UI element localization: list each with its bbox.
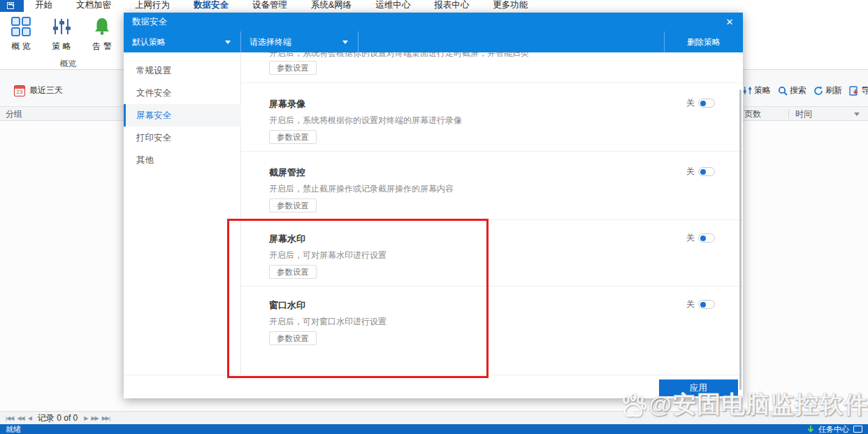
section-divider [241,286,743,287]
section-title: 屏幕水印 [269,233,305,245]
dialog-scrollbar-thumb[interactable] [739,89,742,390]
column-header-group[interactable]: 分组 [0,107,22,121]
export-button[interactable]: 导出 [849,85,868,96]
section-description: 开启后，系统将根据你的设置对终端的屏幕进行录像 [269,115,462,126]
policy-select-dropdown[interactable]: 默认策略 [124,31,241,52]
toggle-switch [698,167,715,176]
param-settings-button[interactable]: 参数设置 [269,61,317,75]
status-text: 就绪 [6,424,21,434]
policy-sliders-icon [50,15,73,38]
toggle-state-label: 关 [686,166,695,178]
section-description: 开启后，可对屏幕水印进行设置 [269,249,386,261]
menubar: 开始 文档加密 上网行为 数据安全 设备管理 系统&网络 运维中心 报表中心 更… [0,0,868,12]
toggle-state-label: 关 [686,298,695,310]
date-range-label: 最近三天 [29,85,63,96]
dialog-toolbar: 默认策略 请选择终端 删除策略 [124,31,743,52]
sidebar-item-file-security[interactable]: 文件安全 [124,82,241,104]
section-title: 屏幕录像 [269,98,305,110]
tool-overview[interactable]: 概 览 [6,15,36,52]
tool-label: 策 略 [52,41,71,52]
monitor-icon[interactable] [853,426,862,433]
chevron-down-icon[interactable] [854,113,860,116]
toggle-switch [698,300,715,309]
toggle-knob [700,169,706,175]
search-icon [778,86,788,96]
param-settings-button[interactable]: 参数设置 [269,130,317,144]
policy-sliders-icon [743,86,752,95]
screen-watermark-toggle[interactable]: 关 [686,232,715,244]
section-description: 开启后，可对窗口水印进行设置 [269,316,386,328]
policy-button[interactable]: 策略 [743,85,771,96]
data-security-dialog: 数据安全 ✕ 默认策略 请选择终端 删除策略 常规设置 文件安全 屏幕安全 打印… [124,13,743,398]
policy-select-value: 默认策略 [132,36,166,48]
sidebar-item-other[interactable]: 其他 [124,149,241,171]
record-count: 记录 0 of 0 [38,412,78,424]
chevron-down-icon [225,41,231,44]
tool-label: 概 览 [11,41,30,52]
sidebar-item-print-security[interactable]: 打印安全 [124,126,241,149]
terminal-select-value: 请选择终端 [249,36,291,48]
calendar-icon: 23 [14,85,25,96]
sidebar-item-screen-security[interactable]: 屏幕安全 [124,104,241,126]
param-settings-button[interactable]: 参数设置 [269,198,317,212]
pagination-bar: |◀◀ ◀◀ ◀ 记录 0 of 0 ▶ ▶▶ ▶▶| [0,411,868,424]
window-icon [7,2,17,10]
toggle-switch [698,233,715,243]
toggle-state-label: 关 [686,232,695,244]
toggle-knob [700,302,706,308]
column-divider [788,109,789,119]
status-bar: 就绪 任务中心 [0,424,868,434]
param-settings-button[interactable]: 参数设置 [269,331,317,345]
toggle-switch [698,99,715,108]
task-center-button[interactable]: 任务中心 [818,424,849,434]
export-icon [849,86,859,96]
first-page-button[interactable]: |◀◀ [6,415,13,421]
terminal-select-dropdown[interactable]: 请选择终端 [241,31,359,52]
app-menu-button[interactable] [0,0,24,12]
application-window: 开始 文档加密 上网行为 数据安全 设备管理 系统&网络 运维中心 报表中心 更… [0,0,868,434]
alert-bell-icon [90,15,114,38]
param-settings-button[interactable]: 参数设置 [269,265,317,279]
next-page-button[interactable]: ▶ [84,415,87,421]
dialog-sidebar: 常规设置 文件安全 屏幕安全 打印安全 其他 [124,52,241,375]
tool-policy[interactable]: 策 略 [46,15,77,52]
dialog-content: 开启后，系统将会根据你的设置对终端桌面进行定时截屏，并智能归类 参数设置 屏幕录… [241,52,743,375]
download-arrow-icon [807,426,814,433]
toggle-knob [700,236,706,241]
refresh-label: 刷新 [825,85,842,96]
section-description: 开启后，禁止截屏操作或记录截屏操作的屏幕内容 [269,183,454,195]
section-divider [241,151,743,152]
apply-button[interactable]: 应用 [659,379,738,396]
prev-page-button[interactable]: ◀ [28,415,31,421]
tool-label: 告 警 [92,41,111,52]
ribbon-group-label: 概览 [0,58,136,70]
dialog-footer: 应用 [124,375,743,398]
section-divider [241,82,743,83]
overview-grid-icon [9,15,33,38]
window-watermark-toggle[interactable]: 关 [686,298,715,310]
close-icon[interactable]: ✕ [723,16,736,29]
export-label: 导出 [861,85,868,96]
fast-next-button[interactable]: ▶▶ [91,415,98,421]
delete-policy-button[interactable]: 删除策略 [664,31,743,52]
dialog-header: 数据安全 ✕ [124,13,743,31]
screen-recording-toggle[interactable]: 关 [686,97,715,109]
tool-alert[interactable]: 告 警 [87,15,117,52]
date-range-filter[interactable]: 23 最近三天 [14,85,63,96]
chevron-down-icon [342,41,348,44]
screenshot-control-toggle[interactable]: 关 [686,166,715,178]
column-header-time[interactable]: 时间 [790,107,812,121]
sidebar-item-general[interactable]: 常规设置 [124,59,241,82]
policy-label: 策略 [754,85,771,96]
section-divider [241,219,743,220]
dialog-title: 数据安全 [132,16,167,28]
fast-prev-button[interactable]: ◀◀ [17,415,24,421]
toggle-knob [700,101,706,106]
list-toolbar: 策略 搜索 刷新 导出 [743,85,868,96]
toggle-state-label: 关 [686,97,695,109]
refresh-icon [813,86,823,96]
search-button[interactable]: 搜索 [778,85,806,96]
refresh-button[interactable]: 刷新 [813,85,842,96]
section-description: 开启后，系统将会根据你的设置对终端桌面进行定时截屏，并智能归类 [269,52,529,59]
last-page-button[interactable]: ▶▶| [102,415,110,421]
